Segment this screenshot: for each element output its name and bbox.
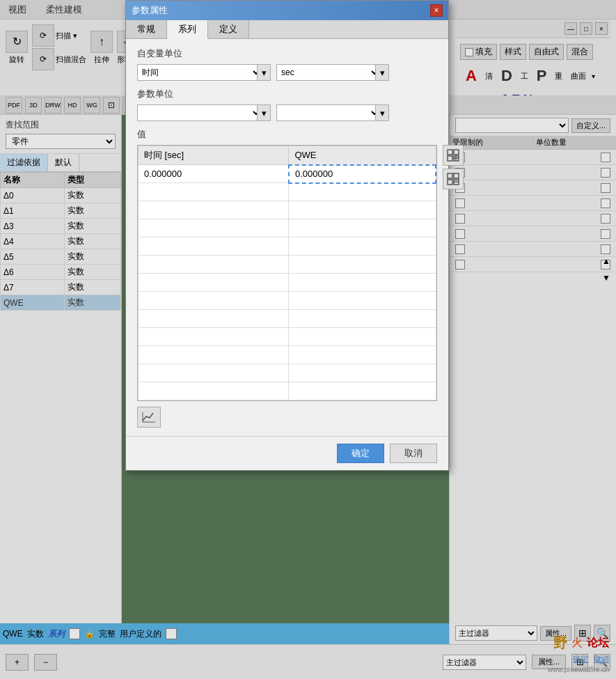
values-table-wrapper: 时间 [sec] QWE 0.000000 0.000000	[137, 145, 437, 401]
svg-rect-0	[448, 150, 452, 155]
values-cell-qwe-1[interactable]: 0.000000	[289, 165, 436, 183]
tab-definition[interactable]: 定义	[208, 20, 249, 38]
cancel-btn[interactable]: 取消	[390, 444, 437, 463]
param-type-arrow[interactable]: ▾	[257, 104, 271, 121]
empty-row-9	[139, 328, 436, 346]
values-table: 时间 [sec] QWE 0.000000 0.000000	[138, 146, 436, 400]
modal-body: 自变量单位 时间 ▾ sec ▾ 参数单位	[126, 39, 448, 436]
chart-btn-area	[137, 407, 437, 428]
param-unit-label: 参数单位	[137, 88, 437, 100]
empty-row-5	[139, 256, 436, 274]
confirm-btn[interactable]: 确定	[337, 444, 384, 463]
values-row-1: 0.000000 0.000000	[139, 165, 436, 183]
svg-rect-1	[454, 150, 459, 155]
empty-row-4	[139, 237, 436, 256]
svg-rect-7	[454, 173, 459, 178]
param-unit-arrow[interactable]: ▾	[375, 104, 389, 121]
empty-row-8	[139, 310, 436, 328]
modal-titlebar: 参数属性 ×	[126, 1, 448, 20]
values-cell-time-1[interactable]: 0.000000	[139, 165, 289, 183]
modal-dialog: 参数属性 × 常规 系列 定义 自变量单位 时间 ▾ sec	[125, 0, 449, 471]
chart-btn[interactable]	[137, 407, 161, 428]
independent-var-label: 自变量单位	[137, 47, 437, 60]
param-unit-row: ▾ ▾	[137, 104, 437, 121]
empty-row-12	[139, 382, 436, 400]
modal-overlay: 参数属性 × 常规 系列 定义 自变量单位 时间 ▾ sec	[0, 0, 616, 679]
empty-row-1	[139, 183, 436, 201]
empty-row-6	[139, 274, 436, 292]
values-table-container: 时间 [sec] QWE 0.000000 0.000000	[137, 145, 437, 401]
var-type-combo: 时间 ▾	[137, 64, 271, 81]
values-label: 值	[137, 128, 437, 141]
modal-close-btn[interactable]: ×	[430, 4, 443, 17]
remove-row-btn[interactable]	[443, 169, 464, 189]
param-type-combo: ▾	[137, 104, 271, 121]
modal-footer: 确定 取消	[126, 436, 448, 470]
tab-series[interactable]: 系列	[167, 20, 208, 39]
add-row-btn[interactable]	[443, 145, 464, 166]
param-unit-combo: ▾	[276, 104, 389, 121]
svg-rect-8	[448, 180, 452, 185]
param-unit-select[interactable]	[276, 104, 381, 121]
modal-title: 参数属性	[132, 4, 168, 17]
var-type-select[interactable]: 时间	[137, 64, 262, 81]
empty-row-10	[139, 346, 436, 364]
var-unit-arrow[interactable]: ▾	[375, 64, 389, 81]
empty-row-2	[139, 201, 436, 219]
modal-tabs: 常规 系列 定义	[126, 20, 448, 39]
var-unit-select[interactable]: sec	[276, 64, 381, 81]
empty-row-3	[139, 219, 436, 237]
var-type-arrow[interactable]: ▾	[257, 64, 271, 81]
param-type-select[interactable]	[137, 104, 262, 121]
svg-rect-2	[448, 156, 452, 161]
empty-row-7	[139, 292, 436, 310]
values-col1-header: 时间 [sec]	[139, 146, 289, 165]
table-side-btns	[443, 145, 464, 189]
empty-row-11	[139, 364, 436, 382]
var-unit-combo: sec ▾	[276, 64, 389, 81]
values-section: 值 时间 [sec] QWE 0.	[137, 128, 437, 401]
independent-var-row: 时间 ▾ sec ▾	[137, 64, 437, 81]
tab-general[interactable]: 常规	[126, 20, 167, 38]
svg-rect-6	[448, 173, 452, 178]
values-col2-header: QWE	[289, 146, 436, 165]
